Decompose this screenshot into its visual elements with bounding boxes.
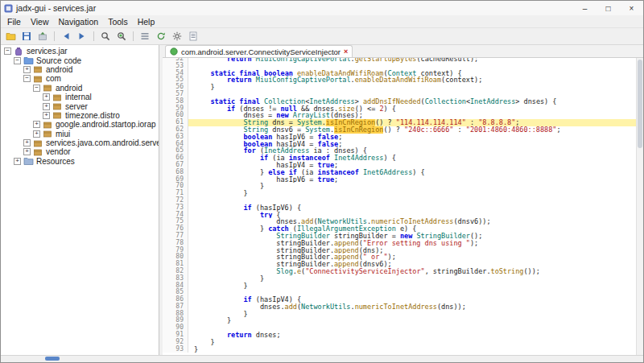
code-line: 66 if (ia instanceof Inet4Address) { [163, 155, 636, 162]
code-line: 88 } [163, 311, 636, 318]
back-button[interactable] [59, 30, 73, 43]
tree-horizontal-scrollbar-thumb[interactable] [45, 357, 60, 361]
tree-expander-icon[interactable]: + [33, 121, 40, 128]
tree-expander-icon[interactable]: + [33, 130, 40, 138]
package-icon [33, 74, 43, 83]
close-button[interactable]: × [620, 1, 643, 15]
tree-expander-icon[interactable]: − [23, 75, 31, 82]
vertical-scrollbar-thumb[interactable] [638, 60, 642, 148]
flat-packages-button[interactable] [138, 30, 152, 43]
tree-item-miui[interactable]: +miui [1, 130, 159, 138]
code-editor[interactable]: 52 return MiuiConfigCaptivePortal.getSta… [163, 58, 643, 355]
tree-item-android[interactable]: +android [1, 65, 159, 74]
menu-file[interactable]: File [2, 17, 26, 27]
tree-item-internal[interactable]: +internal [1, 93, 159, 101]
tab-connectivity-service-injector[interactable]: com.android.server.ConnectivityServiceIn… [165, 45, 353, 57]
forward-icon [77, 31, 87, 41]
tree-item-timezone-distro[interactable]: +timezone.distro [1, 111, 159, 120]
tree-expander-icon[interactable]: + [23, 148, 31, 155]
code-text: try { [188, 212, 636, 219]
menu-tools[interactable]: Tools [103, 17, 133, 27]
vertical-scrollbar[interactable] [636, 58, 643, 355]
tree-item-services-jar[interactable]: −services.jar [1, 47, 159, 56]
tab-label: com.android.server.ConnectivityServiceIn… [181, 47, 341, 56]
code-text: if (ia instanceof Inet4Address) { [188, 155, 636, 162]
title-bar: jadx-gui - services.jar –□× [1, 1, 643, 15]
code-text: } [188, 283, 636, 290]
code-line: 92 } [163, 339, 636, 346]
code-text: } else if (ia instanceof Inet6Address) { [188, 169, 636, 176]
open-file-button[interactable] [3, 30, 18, 43]
tree-item-com[interactable]: −com [1, 74, 159, 83]
maximize-button[interactable]: □ [597, 1, 620, 15]
code-text: } [188, 346, 636, 353]
code-line: 72 [163, 197, 636, 204]
tree-expander-icon[interactable]: + [43, 103, 50, 110]
project-tree-panel: −services.jar−Source code+android−com−an… [1, 45, 159, 355]
menu-navigation[interactable]: Navigation [54, 17, 104, 27]
code-line: 86 if (hasIpV4) { [163, 296, 636, 303]
code-text [188, 197, 636, 204]
menu-help[interactable]: Help [133, 17, 160, 27]
package-icon [52, 93, 63, 101]
tree-item-source-code[interactable]: −Source code [1, 56, 159, 64]
code-text: dnses = new ArrayList(dnses); [188, 112, 636, 119]
tree-item-label: android [46, 65, 72, 74]
tree-expander-icon[interactable]: − [14, 57, 21, 64]
preferences-button[interactable] [170, 30, 184, 43]
tree-item-label: Resources [36, 157, 75, 166]
code-text: hasIpV6 = true; [188, 176, 636, 184]
sync-button[interactable] [154, 30, 168, 43]
code-text: for (InetAddress ia : dnses) { [188, 147, 636, 155]
tree-expander-icon[interactable]: + [43, 112, 50, 119]
tree-item-vendor[interactable]: +vendor [1, 147, 159, 156]
code-line: 71 } [163, 190, 636, 197]
code-line: 73 if (hasIpV6) { [163, 204, 636, 212]
code-text: static final Collection<InetAddress> add… [188, 98, 636, 105]
tab-close-icon[interactable]: × [344, 48, 348, 56]
toolbar-separator [93, 31, 94, 41]
code-line: 69 hasIpV6 = true; [163, 176, 636, 184]
menu-bar: FileViewNavigationToolsHelp [1, 15, 643, 28]
forward-button[interactable] [75, 30, 89, 43]
code-line: 64 boolean hasIpV4 = false; [163, 141, 636, 148]
tree-expander-icon[interactable]: + [23, 139, 31, 146]
tree-expander-icon[interactable]: + [23, 66, 31, 73]
tree-item-label: android [56, 84, 82, 93]
log-button[interactable] [186, 30, 200, 43]
save-all-button[interactable] [19, 30, 34, 43]
code-line: 67 hasIpV4 = true; [163, 162, 636, 169]
export-icon [38, 31, 47, 41]
code-line: 68 } else if (ia instanceof Inet6Address… [163, 169, 636, 176]
code-text: if (hasIpV6) { [188, 204, 636, 212]
tree-item-android[interactable]: −android [1, 84, 159, 93]
code-line: 57 [163, 91, 636, 98]
code-line: 61 String dns = System.isInCnRegion() ? … [163, 119, 636, 126]
export-button[interactable] [35, 30, 50, 43]
minimize-button[interactable]: – [573, 1, 597, 15]
text-search-button[interactable] [98, 30, 113, 43]
main-area: −services.jar−Source code+android−com−an… [1, 45, 643, 355]
menu-view[interactable]: View [26, 17, 54, 27]
preferences-icon [172, 31, 182, 41]
code-line: 65 for (InetAddress ia : dnses) { [163, 147, 636, 155]
tree-item-resources[interactable]: +Resources [1, 157, 159, 166]
tree-expander-icon[interactable]: + [43, 93, 50, 101]
tree-item-services-java-com-android-server-am[interactable]: +services.java.com.android.server.am [1, 138, 159, 147]
tree-item-server[interactable]: +server [1, 101, 159, 110]
tree-item-google-android-startop-iorap[interactable]: +google.android.startop.iorap [1, 120, 159, 129]
code-text [188, 324, 636, 332]
tree-expander-icon[interactable]: − [4, 47, 11, 55]
save-all-icon [22, 31, 31, 41]
tree-expander-icon[interactable]: − [33, 85, 40, 92]
code-text: String dnsv6 = System.isInCnRegion() ? "… [188, 126, 636, 134]
package-icon [43, 120, 53, 129]
code-text: } [188, 190, 636, 197]
class-search-button[interactable] [114, 30, 129, 43]
tree-expander-icon[interactable]: + [14, 158, 21, 165]
code-line: 84 } [163, 283, 636, 290]
tree-item-label: google.android.startop.iorap [56, 120, 156, 129]
tree-item-label: services.jar [27, 47, 68, 56]
code-line: 90 [163, 324, 636, 332]
tree-item-label: vendor [46, 147, 71, 156]
